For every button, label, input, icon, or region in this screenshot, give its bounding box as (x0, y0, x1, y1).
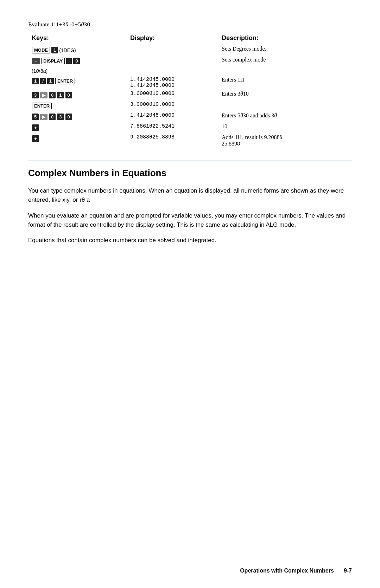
plus-key-2: + (32, 135, 39, 142)
example-table: Keys: Display: Description: MODE 1 (1DEG… (28, 33, 352, 148)
display-key: DISPLAY (41, 58, 65, 64)
zero-key: 0 (73, 58, 80, 64)
table-row: 5 ▶ θ 3 0 1.4142θ45.0000 Enters 5θ30 and… (28, 111, 352, 122)
display-val-3 (127, 66, 218, 76)
desc-9: Adds 1i1, result is 9.2088θ25.8898 (218, 133, 352, 148)
display-val-9: 9.2088θ25.8898 (127, 133, 218, 148)
display-val-2 (127, 56, 218, 66)
sub-label: (10r8a) (32, 68, 123, 74)
body-paragraph-2: When you evaluate an equation and are pr… (28, 211, 352, 230)
display-val-7: 1.4142θ45.0000 (127, 111, 218, 122)
key-0c: 0 (65, 114, 72, 120)
table-row: (10r8a) (28, 66, 352, 76)
table-row: + 7.8861θ22.5241 10 (28, 122, 352, 133)
footer-label: Operations with Complex Numbers (240, 568, 334, 574)
shift-key: ← (32, 58, 40, 64)
key-5: 5 (32, 114, 39, 120)
desc-2: Sets complex mode (218, 56, 352, 66)
col-header-description: Description: (218, 33, 352, 45)
plus-key: + (32, 124, 39, 131)
display-val-1 (127, 45, 218, 56)
key-theta-2: θ (49, 114, 56, 120)
enter-key-2: ENTER (32, 103, 52, 109)
body-paragraph-3: Equations that contain complex numbers c… (28, 236, 352, 245)
key-label: (1DEG) (59, 47, 76, 53)
desc-6 (218, 101, 352, 111)
dot-key: ⋅ (66, 58, 72, 64)
desc-4: Enters 1i1 (218, 76, 352, 90)
desc-7: Enters 5θ30 and adds 3θ (218, 111, 352, 122)
desc-1: Sets Degrees mode. (218, 45, 352, 56)
key-3: 3 (32, 92, 39, 98)
key-0b: 0 (65, 92, 72, 98)
table-row: 3 ▶ θ 1 0 3.0000θ10.0000 Enters 3θ10 (28, 90, 352, 101)
footer-page: 9-7 (344, 568, 352, 574)
page-footer: Operations with Complex Numbers 9-7 (0, 568, 380, 574)
key-theta: θ (49, 92, 56, 98)
table-row: MODE 1 (1DEG) Sets Degrees mode. (28, 45, 352, 56)
key-1: 1 (51, 47, 58, 53)
desc-8: 10 (218, 122, 352, 133)
display-val-5: 3.0000θ10.0000 (127, 90, 218, 101)
desc-3 (218, 66, 352, 76)
display-val-4: 1.4142θ45.00001.4142θ45.0000 (127, 76, 218, 90)
key-i: i (40, 78, 46, 84)
body-paragraph-1: You can type complex numbers in equation… (28, 186, 352, 205)
display-val-8: 7.8861θ22.5241 (127, 122, 218, 133)
key-1c: 1 (47, 78, 54, 84)
col-header-keys: Keys: (28, 33, 127, 45)
key-r-arrow: ▶ (40, 92, 48, 98)
table-row: ← DISPLAY ⋅ 0 Sets complex mode (28, 56, 352, 66)
table-row: ENTER 3.0000θ10.0000 (28, 101, 352, 111)
display-val-6: 3.0000θ10.0000 (127, 101, 218, 111)
intro-text: Evaluate 1i1+3θ10+5θ30 (28, 21, 352, 28)
key-1b: 1 (32, 78, 39, 84)
desc-5: Enters 3θ10 (218, 90, 352, 101)
key-1d: 1 (57, 92, 64, 98)
enter-key: ENTER (55, 78, 75, 84)
section-title: Complex Numbers in Equations (28, 168, 352, 179)
section-divider (28, 161, 352, 161)
table-row: + 9.2088θ25.8898 Adds 1i1, result is 9.2… (28, 133, 352, 148)
key-3: 3 (57, 114, 64, 120)
table-row: 1 i 1 ENTER 1.4142θ45.00001.4142θ45.0000… (28, 76, 352, 90)
key-r-arrow-2: ▶ (40, 114, 48, 120)
mode-key: MODE (32, 47, 50, 53)
col-header-display: Display: (127, 33, 218, 45)
